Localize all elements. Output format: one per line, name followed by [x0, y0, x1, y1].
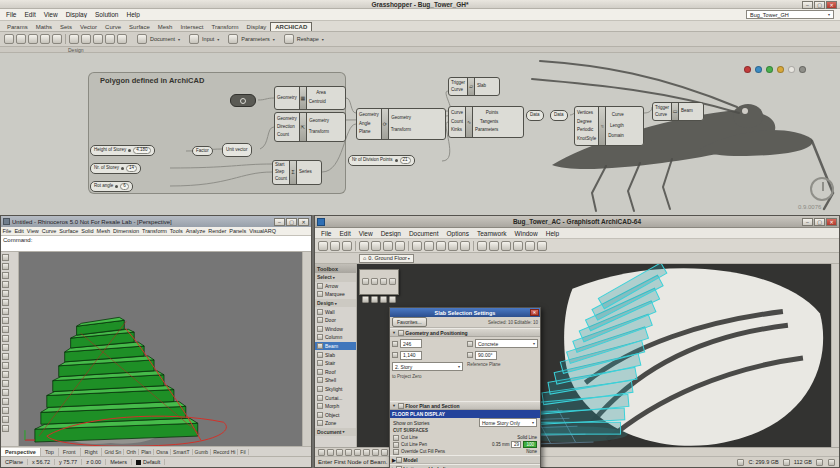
override-value[interactable]: None [526, 449, 537, 454]
toolbar-icon[interactable] [525, 241, 535, 251]
offset-field[interactable]: 246 [400, 339, 422, 348]
toolbar-icon[interactable] [412, 241, 422, 251]
menu-item[interactable]: File [317, 230, 335, 237]
node-series[interactable]: StartStepCount Σ Series [272, 160, 322, 185]
pen-weight-value[interactable]: 0.35 mm [492, 442, 510, 447]
section-geometry-positioning[interactable]: ▼ Geometry and Positioning [390, 328, 540, 337]
toolbar-icon[interactable] [448, 241, 458, 251]
port-in[interactable]: Curve [655, 113, 669, 118]
menu-item[interactable]: Window [511, 230, 542, 237]
toolbar-icon[interactable] [2, 380, 9, 387]
node-move[interactable]: GeometryDirectionCount ⇱ GeometryTransfo… [274, 112, 346, 142]
tool-skylight[interactable]: Skylight [315, 385, 356, 394]
status-toggle[interactable]: SmartT [171, 449, 192, 455]
menu-item[interactable]: Design [377, 230, 405, 237]
tool-marquee[interactable]: Marquee [315, 290, 356, 299]
toolbar-icon[interactable] [2, 299, 9, 306]
tool-beam[interactable]: Beam [315, 342, 356, 351]
toolbar-icon[interactable] [2, 254, 9, 261]
maximize-button[interactable]: ▢ [814, 218, 825, 226]
port-in[interactable]: Vertices [577, 111, 596, 116]
port-in[interactable]: Count [275, 177, 287, 182]
node-divide-curve[interactable]: CurveCountKinks ∿ PointsTangentsParamete… [448, 106, 524, 138]
port-out[interactable]: Domain [608, 134, 624, 139]
toolbar-icon[interactable] [2, 263, 9, 270]
port-in[interactable]: Trigger [655, 106, 669, 111]
menu-item[interactable]: File [1, 228, 13, 234]
node-slab[interactable]: TriggerCurve ▱ Slab [448, 77, 500, 96]
tab-archicad[interactable]: ARCHICAD [270, 22, 312, 31]
menu-item[interactable]: View [355, 230, 377, 237]
tab-vector[interactable]: Vector [76, 23, 101, 31]
minimize-button[interactable]: – [802, 218, 813, 226]
status-icon[interactable] [816, 459, 823, 466]
structure-dropdown[interactable]: Concrete▾ [475, 339, 538, 348]
cplane-cell[interactable]: CPlane [1, 459, 28, 465]
grasshopper-titlebar[interactable]: Grasshopper - Bug_Tower_GH* – ▢ ✕ [0, 0, 840, 9]
rhino-titlebar[interactable]: Untitled - Rhinoceros 5.0 Not For Resale… [1, 216, 311, 227]
port-in[interactable]: KnotStyle [577, 137, 596, 142]
tool-wall[interactable]: Wall [315, 307, 356, 316]
slider-grip[interactable] [121, 167, 124, 170]
level-field[interactable]: 1,140 [400, 351, 422, 360]
menu-item[interactable]: Mesh [95, 228, 111, 234]
orbit-icon[interactable] [336, 449, 343, 456]
toolbar-icon[interactable] [489, 241, 499, 251]
story-selector[interactable]: ⌂0. Ground Floor▾ [359, 254, 414, 263]
port-in[interactable]: Kinks [451, 128, 463, 133]
section-model[interactable]: ▶ Model [390, 455, 540, 464]
slider-rot-angle[interactable]: Rot angle6 [90, 181, 133, 192]
view-icon[interactable] [372, 449, 379, 456]
toolbar-icon[interactable] [383, 241, 393, 251]
toolbar-icon[interactable] [2, 335, 9, 342]
palette-icon[interactable] [362, 278, 369, 285]
palette-icon[interactable] [362, 296, 369, 303]
node-interpolate[interactable]: VerticesDegreePeriodicKnotStyle ≈ CurveL… [574, 106, 644, 146]
node-factor[interactable]: Factor [192, 146, 213, 156]
menu-item[interactable]: Transform [141, 228, 169, 234]
toolbar-icon[interactable] [93, 34, 103, 44]
minimize-button[interactable]: – [274, 218, 285, 226]
palette-icon[interactable] [380, 296, 387, 303]
toolbar-icon[interactable] [2, 416, 9, 423]
toolbar-icon[interactable] [477, 241, 487, 251]
menu-item[interactable]: View [40, 11, 62, 18]
node-unit-vector[interactable]: Unit vector [222, 143, 252, 157]
toolbar-icon[interactable] [513, 241, 523, 251]
tool-shell[interactable]: Shell [315, 376, 356, 385]
toolbar-group-reshape[interactable]: Reshape▾ [283, 34, 324, 44]
display-yellow-icon[interactable] [777, 66, 784, 73]
view-icon[interactable] [354, 449, 361, 456]
port-in[interactable]: Geometry [277, 117, 297, 122]
menu-item[interactable]: Edit [20, 11, 39, 18]
menu-item[interactable]: Help [122, 11, 143, 18]
toolbar-icon[interactable] [2, 371, 9, 378]
toolbar-icon[interactable] [2, 326, 9, 333]
toolbar-icon[interactable] [117, 34, 127, 44]
port-out[interactable]: Beam [681, 109, 693, 114]
toolbar-icon[interactable] [342, 241, 352, 251]
toolbar-icon[interactable] [2, 317, 9, 324]
tool-zone[interactable]: Zone [315, 419, 356, 428]
tool-arrow[interactable]: Arrow [315, 282, 356, 291]
toolbar-icon[interactable] [2, 362, 9, 369]
display-white-icon[interactable] [788, 66, 795, 73]
palette-icon[interactable] [371, 296, 378, 303]
port-in[interactable]: Count [451, 120, 463, 125]
toolbar-icon[interactable] [105, 34, 115, 44]
anchor-label[interactable]: to Project Zero [392, 374, 422, 379]
toolbar-icon[interactable] [28, 34, 38, 44]
port-in[interactable]: Curve [451, 88, 465, 93]
pen-number[interactable]: 29 [511, 441, 521, 448]
display-gray-icon[interactable] [799, 66, 806, 73]
toolbar-icon[interactable] [424, 241, 434, 251]
rhino-perspective-viewport[interactable] [19, 252, 302, 446]
grasshopper-canvas[interactable]: Polygon defined in ArchiCAD Geometry ▦ A… [0, 53, 840, 215]
toolbar-icon[interactable] [4, 34, 14, 44]
section-listing-and-labeling[interactable]: ▶ Listing and Labeling [390, 464, 540, 468]
menu-item[interactable]: Analyze [184, 228, 207, 234]
status-toggle[interactable]: Plan [139, 449, 154, 455]
node-rotate[interactable]: GeometryAnglePlane ⟳ GeometryTransform [356, 108, 446, 140]
menu-item[interactable]: File [2, 11, 20, 18]
menu-item[interactable]: Solid [80, 228, 95, 234]
